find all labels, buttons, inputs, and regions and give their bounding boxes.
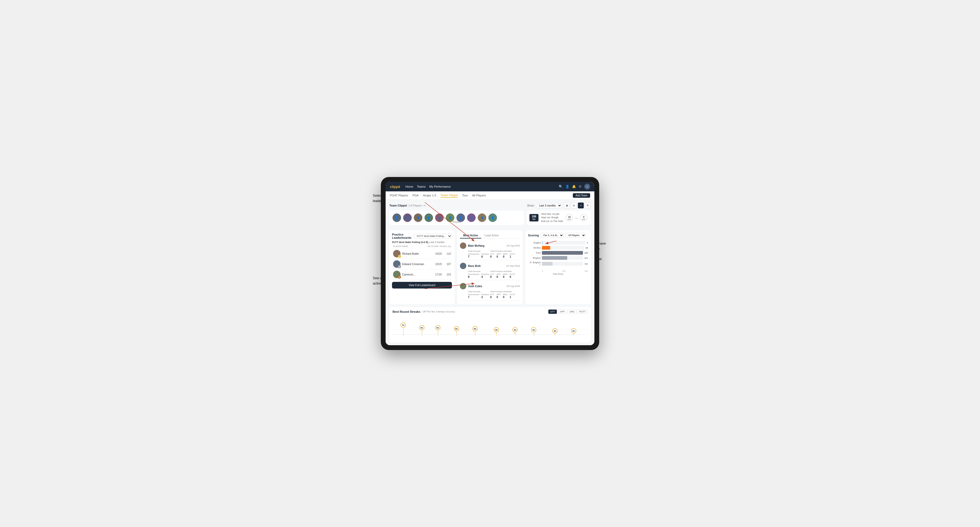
scoring-player-filter[interactable]: All Players bbox=[565, 233, 586, 238]
best-round-streaks-section: Best Round Streaks Off The Tee, Fairway … bbox=[389, 307, 591, 343]
filter-putt[interactable]: PUTT bbox=[578, 310, 588, 314]
player-avatar[interactable]: 👤 bbox=[403, 213, 412, 222]
edit-team-icon[interactable]: ✏ bbox=[423, 204, 426, 207]
player-avatar[interactable]: 👤 bbox=[478, 213, 486, 222]
lb-score-2: 18/20 bbox=[432, 263, 442, 266]
tab-most-active[interactable]: Most Active bbox=[460, 233, 481, 238]
filter-app[interactable]: APP bbox=[558, 310, 566, 314]
streak-point-9: 3x bbox=[552, 328, 558, 336]
streak-point-5: 5x bbox=[473, 326, 478, 336]
lb-name-2: Edward Crossman bbox=[402, 263, 431, 266]
lb-name-3: Cameron... bbox=[402, 273, 431, 276]
bar-row-pars: Pars 499 bbox=[528, 251, 588, 255]
player-avatar[interactable]: 👤 bbox=[488, 213, 497, 222]
tab-least-active[interactable]: Least Active bbox=[481, 233, 502, 238]
scoring-card: Scoring Par 3, 4 & 5s All Players Eagles bbox=[525, 230, 591, 304]
bell-icon[interactable]: 🔔 bbox=[572, 185, 576, 189]
view-list[interactable]: ≡ bbox=[578, 203, 584, 208]
lb-subtitle: PUTT Must Make Putting (3-6 ft), Last 3 … bbox=[392, 241, 452, 243]
bar-track-eagles bbox=[542, 241, 585, 244]
bs-filters: OTT APP ARG PUTT bbox=[548, 310, 587, 314]
chart-axis: 0 200 400 bbox=[528, 270, 588, 272]
subnav-hcaps[interactable]: Hcaps 1-5 bbox=[423, 194, 436, 197]
players-row: 👤 👤 👤 👤 👤 👤 👤 👤 👤 👤 Players bbox=[389, 211, 524, 225]
pa-activities-2: Total Practice Activities OTT0 APP0 ARG0… bbox=[490, 270, 520, 278]
subnav-team-clippd[interactable]: Team Clippd bbox=[441, 194, 458, 198]
bar-chart: Eagles 3 Birdies bbox=[528, 240, 588, 269]
bar-row-bogeys: Bogeys 311 bbox=[528, 256, 588, 260]
lb-row-2: 2 Edward Crossman 18/20 107 bbox=[392, 259, 452, 269]
view-full-leaderboard-button[interactable]: View Full Leaderboard bbox=[392, 282, 452, 289]
total-shots-label: Total Shots bbox=[528, 273, 588, 275]
streak-chart-container: 7x 6x 6x 5x bbox=[393, 316, 587, 340]
view-grid-lg[interactable]: ⊞ bbox=[571, 203, 577, 208]
player-avatar[interactable]: 👤 bbox=[393, 213, 401, 222]
activity-row-3: Josh Coles 26 Aug 2023 Total Rounds Tour… bbox=[460, 281, 520, 300]
lb-score-3: 17/20 bbox=[432, 273, 442, 276]
streak-point-4: 5x bbox=[454, 326, 459, 336]
subnav-pgat[interactable]: PGAT Players bbox=[390, 194, 408, 197]
pa-rounds-2: Total Rounds Tournament8 Practice4 bbox=[468, 270, 489, 278]
user-icon[interactable]: 👤 bbox=[565, 185, 570, 189]
nav-link-teams[interactable]: Teams bbox=[417, 185, 426, 188]
pa-activities-1: Total Practice Activities OTT0 APP0 ARG0… bbox=[490, 250, 520, 258]
pa-header-3: Josh Coles 26 Aug 2023 bbox=[460, 283, 520, 289]
bar-row-eagles: Eagles 3 bbox=[528, 241, 588, 244]
show-label: Show: bbox=[527, 204, 535, 207]
streak-point-2: 6x bbox=[419, 325, 425, 336]
view-grid-sm[interactable]: ▦ bbox=[564, 203, 570, 208]
streak-point-3: 6x bbox=[435, 325, 441, 336]
team-name: Team Clippd bbox=[389, 204, 407, 207]
tablet-screen: clippd Home Teams My Performance 🔍 👤 🔔 ⚙… bbox=[386, 182, 594, 345]
filter-ott[interactable]: OTT bbox=[548, 310, 557, 314]
lb-title: Practice Leaderboards bbox=[392, 233, 412, 239]
activity-row-2: Rees Britt 02 Sep 2023 Total Rounds Tour… bbox=[460, 261, 520, 280]
pa-avatar-3 bbox=[460, 283, 466, 289]
navbar: clippd Home Teams My Performance 🔍 👤 🔔 ⚙… bbox=[386, 182, 594, 191]
three-columns: Practice Leaderboards PUTT Must Make Put… bbox=[389, 230, 591, 304]
subnav-pga[interactable]: PGA bbox=[412, 194, 418, 197]
nav-link-home[interactable]: Home bbox=[405, 185, 413, 188]
team-header: Team Clippd | 14 Players ✏ Show: Last 3 … bbox=[389, 203, 591, 208]
settings-icon[interactable]: ⚙ bbox=[579, 185, 582, 189]
lb-avatar-1: 1 bbox=[393, 250, 401, 257]
lb-avatar-2: 2 bbox=[393, 260, 401, 268]
filter-arg[interactable]: ARG bbox=[568, 310, 577, 314]
scoring-par-filter[interactable]: Par 3, 4 & 5s bbox=[541, 233, 564, 238]
nav-link-performance[interactable]: My Performance bbox=[429, 185, 451, 188]
player-avatar[interactable]: 👤 bbox=[435, 213, 444, 222]
rank-badge-1: 1 bbox=[398, 255, 401, 258]
player-avatar[interactable]: 👤 bbox=[467, 213, 476, 222]
drill-select[interactable]: PUTT Must Make Putting... bbox=[414, 234, 452, 238]
player-avatar[interactable]: 👤 bbox=[414, 213, 422, 222]
pa-name-2: Rees Britt bbox=[468, 265, 504, 268]
pa-date-1: 26 Aug 2023 bbox=[506, 244, 520, 247]
bar-row-birdies: Birdies 96 bbox=[528, 246, 588, 250]
show-period-select[interactable]: Last 3 months bbox=[536, 203, 562, 208]
brand-logo: clippd bbox=[390, 185, 400, 189]
view-icons: ▦ ⊞ ≡ ⇅ bbox=[564, 203, 591, 208]
add-team-button[interactable]: Add Team bbox=[573, 193, 590, 198]
bs-subtitle: Off The Tee, Fairway Accuracy bbox=[423, 310, 455, 313]
search-icon[interactable]: 🔍 bbox=[559, 185, 563, 189]
pa-avatar-1 bbox=[460, 243, 466, 249]
pa-rounds-1: Total Rounds Tournament 7 Practice bbox=[468, 250, 489, 258]
subnav-all-players[interactable]: All Players bbox=[472, 194, 486, 197]
avatar[interactable]: U bbox=[584, 184, 590, 189]
activity-card: Most Active Least Active Blair McHarg 26… bbox=[457, 230, 522, 304]
subnav-tour[interactable]: Tour bbox=[462, 194, 468, 197]
navbar-icons: 🔍 👤 🔔 ⚙ U bbox=[559, 184, 590, 189]
pa-activities-3: Total Practice Activities OTT0 APP0 ARG0… bbox=[490, 290, 520, 298]
pa-date-3: 26 Aug 2023 bbox=[506, 285, 520, 287]
practice-leaderboards-card: Practice Leaderboards PUTT Must Make Put… bbox=[389, 230, 455, 304]
lb-name-1: Richard Butler bbox=[402, 252, 431, 255]
bar-track-birdies bbox=[542, 246, 584, 250]
scoring-title: Scoring bbox=[528, 234, 539, 237]
page-wrapper: Select a practice drill and see the lead… bbox=[370, 161, 610, 366]
pa-name-1: Blair McHarg bbox=[468, 244, 505, 247]
shot-circle-2: 0 yds bbox=[580, 214, 587, 221]
lb-card-header: Practice Leaderboards PUTT Must Make Put… bbox=[392, 233, 452, 239]
view-sort[interactable]: ⇅ bbox=[585, 203, 591, 208]
player-avatar[interactable]: 👤 bbox=[425, 213, 433, 222]
streak-point-1: 7x bbox=[401, 322, 406, 336]
